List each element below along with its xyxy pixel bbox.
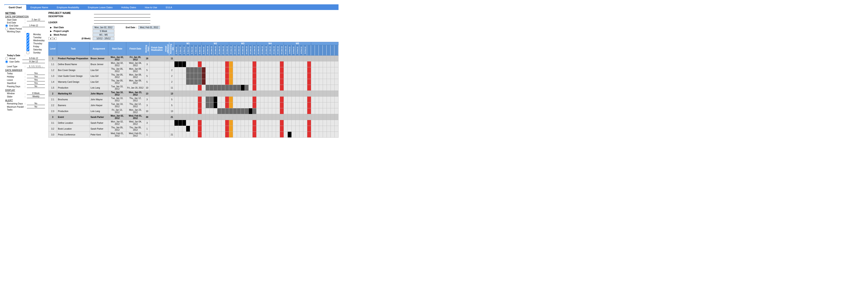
gantt-cell[interactable] xyxy=(276,120,280,126)
gantt-cell[interactable] xyxy=(206,61,209,67)
tab-employee-name[interactable]: Employee Name xyxy=(26,5,53,10)
gantt-cell[interactable] xyxy=(252,114,256,120)
gantt-cell[interactable] xyxy=(307,114,311,120)
gantt-cell[interactable] xyxy=(331,67,334,73)
gantt-cell[interactable] xyxy=(284,97,287,102)
gantt-cell[interactable] xyxy=(209,61,213,67)
gantt-cell[interactable] xyxy=(334,108,338,114)
gantt-cell[interactable] xyxy=(331,79,334,85)
gantt-cell[interactable] xyxy=(186,132,190,138)
gantt-cell[interactable] xyxy=(206,73,209,79)
gantt-cell[interactable] xyxy=(217,91,221,97)
gantt-cell[interactable] xyxy=(291,67,295,73)
gantt-cell[interactable] xyxy=(307,108,311,114)
cell-assign[interactable]: John Wayne xyxy=(90,97,108,102)
gantt-cell[interactable] xyxy=(229,114,233,120)
gantt-cell[interactable] xyxy=(284,132,287,138)
gantt-cell[interactable] xyxy=(217,73,221,79)
gantt-cell[interactable] xyxy=(202,114,206,120)
cell-finish[interactable]: Wed, Feb 01, 2012 xyxy=(126,114,145,120)
gantt-cell[interactable] xyxy=(245,126,248,132)
cell-level[interactable]: 2.2 xyxy=(49,102,57,108)
gantt-cell[interactable] xyxy=(182,97,186,102)
cell-wd[interactable]: 5 xyxy=(145,67,150,73)
tab-eula[interactable]: EULA xyxy=(161,5,177,10)
cell-level[interactable]: 1.5 xyxy=(49,85,57,91)
gantt-cell[interactable] xyxy=(327,67,331,73)
gantt-cell[interactable] xyxy=(295,79,299,85)
gantt-cell[interactable] xyxy=(264,108,268,114)
cell-task[interactable]: Book Location xyxy=(57,126,89,132)
gantt-cell[interactable] xyxy=(260,56,264,61)
gantt-cell[interactable] xyxy=(307,85,311,91)
gantt-cell[interactable] xyxy=(174,120,178,126)
gantt-cell[interactable] xyxy=(315,91,319,97)
gantt-cell[interactable] xyxy=(174,114,178,120)
gantt-cell[interactable] xyxy=(229,97,233,102)
cell-rwd[interactable]: 11 xyxy=(169,85,174,91)
gantt-cell[interactable] xyxy=(186,67,190,73)
gantt-cell[interactable] xyxy=(260,102,264,108)
gantt-cell[interactable] xyxy=(299,67,303,73)
gantt-cell[interactable] xyxy=(237,67,241,73)
gantt-cell[interactable] xyxy=(233,85,237,91)
cell-real[interactable] xyxy=(150,114,164,120)
cell-ahead[interactable] xyxy=(164,61,169,67)
cell-start[interactable]: Fri, Jan 13, 2012 xyxy=(108,108,126,114)
gantt-cell[interactable] xyxy=(284,108,287,114)
gantt-cell[interactable] xyxy=(303,102,307,108)
gantt-cell[interactable] xyxy=(299,73,303,79)
cell-finish[interactable]: Mon, Jan 23, 2012 xyxy=(126,91,145,97)
gantt-cell[interactable] xyxy=(280,97,284,102)
gantt-cell[interactable] xyxy=(209,79,213,85)
gantt-cell[interactable] xyxy=(225,120,229,126)
gantt-cell[interactable] xyxy=(245,102,248,108)
gantt-cell[interactable] xyxy=(276,61,280,67)
gantt-cell[interactable] xyxy=(241,56,245,61)
gantt-cell[interactable] xyxy=(186,56,190,61)
weekday-checkbox[interactable] xyxy=(27,51,29,54)
cell-ahead[interactable] xyxy=(164,56,169,61)
gantt-cell[interactable] xyxy=(194,114,198,120)
cell-assign[interactable]: John Wayne xyxy=(90,91,108,97)
gantt-cell[interactable] xyxy=(225,108,229,114)
gantt-cell[interactable] xyxy=(260,61,264,67)
gantt-cell[interactable] xyxy=(229,132,233,138)
gantt-cell[interactable] xyxy=(284,61,287,67)
cell-wd[interactable]: 13 xyxy=(145,91,150,97)
gantt-cell[interactable] xyxy=(264,132,268,138)
gantt-cell[interactable] xyxy=(237,97,241,102)
gantt-cell[interactable] xyxy=(209,102,213,108)
gantt-cell[interactable] xyxy=(323,126,327,132)
gantt-cell[interactable] xyxy=(334,132,338,138)
end-date-value[interactable]: 1-Feb-12 xyxy=(22,24,45,27)
gantt-cell[interactable] xyxy=(213,61,217,67)
gantt-cell[interactable] xyxy=(233,132,237,138)
gantt-cell[interactable] xyxy=(178,97,182,102)
cell-assign[interactable]: Bruce Jenner xyxy=(90,56,108,61)
gantt-cell[interactable] xyxy=(287,56,291,61)
gantt-cell[interactable] xyxy=(327,91,331,97)
gantt-cell[interactable] xyxy=(307,126,311,132)
slider-value[interactable]: Weekly xyxy=(27,95,45,98)
gantt-cell[interactable] xyxy=(225,132,229,138)
gantt-cell[interactable] xyxy=(311,91,315,97)
cell-wd[interactable]: 18 xyxy=(145,56,150,61)
gantt-cell[interactable] xyxy=(291,91,295,97)
gantt-cell[interactable] xyxy=(229,61,233,67)
gantt-cell[interactable] xyxy=(323,61,327,67)
gantt-cell[interactable] xyxy=(287,108,291,114)
gantt-cell[interactable] xyxy=(323,85,327,91)
gantt-cell[interactable] xyxy=(264,67,268,73)
gantt-cell[interactable] xyxy=(303,97,307,102)
gantt-cell[interactable] xyxy=(202,120,206,126)
cell-start[interactable]: Mon, Jan 02, 2012 xyxy=(108,61,126,67)
gantt-cell[interactable] xyxy=(311,67,315,73)
gantt-cell[interactable] xyxy=(264,61,268,67)
gantt-cell[interactable] xyxy=(299,114,303,120)
user-defin-value[interactable]: 8-Jan-12 xyxy=(22,60,45,63)
gantt-cell[interactable] xyxy=(295,97,299,102)
gantt-cell[interactable] xyxy=(213,73,217,79)
cell-finish[interactable]: Thu, Jan 12, 2012 xyxy=(126,102,145,108)
cell-wd[interactable]: 3 xyxy=(145,97,150,102)
